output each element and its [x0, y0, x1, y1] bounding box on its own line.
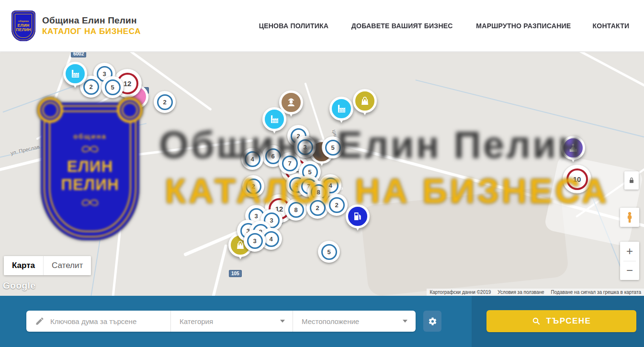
- advanced-search-button[interactable]: [423, 311, 441, 332]
- attribution-copyright: Картографски данни ©2019: [429, 290, 491, 295]
- markers-layer: 1212325223564752274812822333843510: [0, 52, 644, 296]
- map-cluster-marker[interactable]: 3: [294, 136, 316, 158]
- map-attribution: Картографски данни ©2019 Условия за полз…: [427, 289, 644, 296]
- map-cluster-marker[interactable]: 3: [244, 230, 266, 252]
- google-logo[interactable]: Google: [3, 280, 35, 291]
- site-title: Община Елин Пелин КАТАЛОГ НА БИЗНЕСА: [42, 15, 141, 36]
- map-cluster-marker[interactable]: 5: [318, 241, 340, 263]
- search-button[interactable]: ТЪРСЕНЕ: [486, 310, 636, 332]
- map-cluster-marker[interactable]: 2: [154, 91, 176, 113]
- lock-icon: [628, 177, 635, 184]
- municipality-crest-logo: община ЕЛИН ПЕЛИН: [11, 11, 35, 41]
- gear-icon: [428, 317, 437, 326]
- nav-item-pricing[interactable]: ЦЕНОВА ПОЛИТИКА: [259, 22, 329, 30]
- map-type-satellite-button[interactable]: Сателит: [43, 256, 91, 275]
- crest-word-obshtina: община: [18, 20, 29, 22]
- map-type-control: Карта Сателит: [4, 256, 91, 275]
- zoom-out-button[interactable]: −: [620, 261, 639, 280]
- map-cluster-marker[interactable]: 4: [241, 148, 263, 170]
- map-pin-factory[interactable]: [329, 97, 353, 121]
- search-icon: [532, 317, 541, 325]
- map-pin-bag[interactable]: [353, 89, 377, 113]
- map-cluster-marker[interactable]: 5: [102, 76, 124, 98]
- lock-button[interactable]: [624, 171, 639, 190]
- pencil-icon: [35, 316, 45, 326]
- category-dropdown[interactable]: Категория: [171, 311, 293, 332]
- nav-item-contacts[interactable]: КОНТАКТИ: [593, 22, 630, 30]
- map-pin-fuel[interactable]: [346, 204, 370, 228]
- map-cluster-marker[interactable]: 2: [242, 175, 264, 197]
- location-dropdown[interactable]: Местоположение: [293, 311, 415, 332]
- site-title-line1: Община Елин Пелин: [42, 15, 141, 26]
- pegman-icon: [624, 211, 635, 224]
- crest-word-pelin: ПЕЛИН: [16, 28, 31, 32]
- site-logo[interactable]: община ЕЛИН ПЕЛИН Община Елин Пелин КАТА…: [0, 11, 141, 41]
- map-pin-church[interactable]: [561, 136, 585, 160]
- map-type-map-button[interactable]: Карта: [4, 256, 43, 275]
- nav-item-schedule[interactable]: МАРШРУТНО РАЗПИСАНИЕ: [476, 22, 571, 30]
- chevron-down-icon: [280, 320, 285, 323]
- nav-item-add-business[interactable]: ДОБАВЕТЕ ВАШИЯТ БИЗНЕС: [351, 22, 453, 30]
- map-cluster-marker[interactable]: 8: [285, 199, 307, 221]
- map-cluster-marker[interactable]: 5: [322, 136, 344, 158]
- attribution-report-link[interactable]: Подаване на сигнал за грешка в картата: [551, 290, 641, 295]
- keyword-input[interactable]: [50, 317, 170, 325]
- map-cluster-marker[interactable]: 7: [279, 152, 301, 174]
- attribution-terms-link[interactable]: Условия за ползване: [497, 290, 544, 295]
- location-dropdown-label: Местоположение: [302, 317, 359, 325]
- search-bar: Категория Местоположение ТЪРСЕНЕ: [0, 296, 644, 347]
- zoom-in-button[interactable]: +: [620, 242, 639, 261]
- header: община ЕЛИН ПЕЛИН Община Елин Пелин КАТА…: [0, 0, 644, 52]
- page: община ЕЛИН ПЕЛИН Община Елин Пелин КАТА…: [0, 0, 644, 347]
- main-nav: ЦЕНОВА ПОЛИТИКА ДОБАВЕТЕ ВАШИЯТ БИЗНЕС М…: [257, 22, 644, 30]
- map-cluster-marker[interactable]: 10: [563, 165, 591, 193]
- category-dropdown-label: Категория: [180, 317, 213, 325]
- search-fields: Категория Местоположение: [26, 311, 416, 332]
- map-cluster-marker[interactable]: 2: [306, 197, 328, 219]
- search-button-label: ТЪРСЕНЕ: [546, 316, 591, 326]
- chevron-down-icon: [403, 320, 407, 323]
- map-pin-factory[interactable]: [63, 62, 87, 86]
- map-pin-factory[interactable]: [262, 107, 286, 131]
- street-view-pegman-button[interactable]: [620, 208, 639, 227]
- map-cluster-marker[interactable]: 2: [326, 194, 348, 216]
- zoom-control: + −: [620, 242, 639, 280]
- google-map[interactable]: ул. Преславбул. „Новоселции“6002105 1212…: [0, 52, 644, 296]
- keyword-field: [26, 311, 171, 332]
- site-title-line2: КАТАЛОГ НА БИЗНЕСА: [42, 27, 141, 36]
